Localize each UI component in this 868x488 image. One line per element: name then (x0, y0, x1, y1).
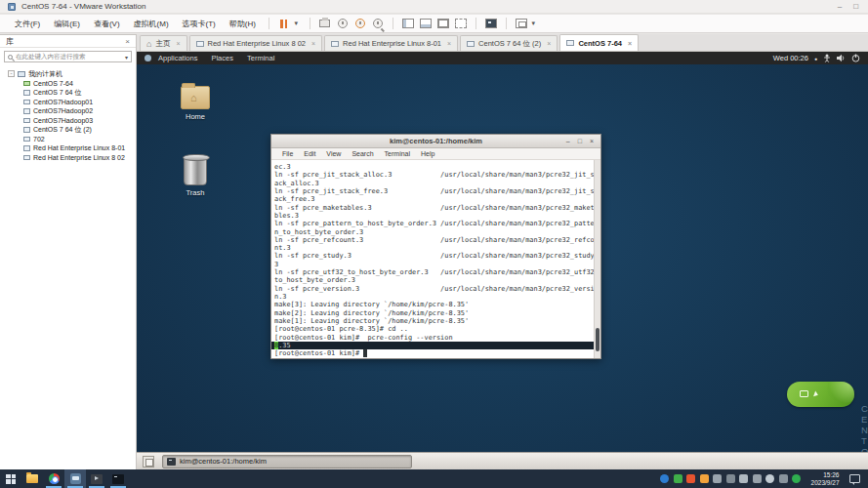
scrollbar-thumb[interactable] (596, 328, 599, 351)
vm-tab-icon (566, 40, 574, 46)
terminal-menu-file[interactable]: File (277, 150, 298, 157)
take-snapshot-button[interactable] (335, 17, 351, 30)
menu-item[interactable]: 选项卡(T) (176, 16, 223, 32)
tree-expander-icon[interactable]: - (8, 70, 15, 77)
sidebar-item-vm[interactable]: CentOS7Hadoop02 (8, 106, 136, 116)
vm-icon (23, 118, 30, 124)
power-icon[interactable] (851, 54, 860, 62)
taskbar-window-label: kim@centos-01:/home/kim (180, 457, 267, 466)
tray-icon-6[interactable] (726, 474, 735, 483)
desktop-icon-home[interactable]: ⌂ Home (168, 86, 223, 121)
terminal-menu-search[interactable]: Search (347, 150, 378, 157)
window-list-icon[interactable] (143, 456, 154, 468)
file-explorer-icon[interactable] (21, 469, 43, 488)
minimize-icon[interactable]: – (838, 2, 842, 11)
show-thumbnail-bar-button[interactable] (418, 17, 434, 30)
search-dropdown-icon[interactable]: ▾ (125, 54, 128, 61)
menu-item[interactable]: 文件(F) (8, 16, 47, 32)
terminal-maximize-icon[interactable]: □ (578, 138, 582, 144)
tab-CentOS 7 64 位 (2)[interactable]: CentOS 7 64 位 (2)× (460, 35, 558, 51)
terminal-cursor (363, 349, 367, 356)
tray-icon-7[interactable] (739, 474, 748, 483)
show-library-button[interactable] (400, 17, 416, 30)
revert-snapshot-button[interactable] (352, 17, 368, 30)
library-search-input[interactable]: 在此处键入内容进行搜索 ▾ (4, 51, 132, 62)
volume-icon[interactable] (837, 54, 846, 62)
tab-CentOS 7-64[interactable]: CentOS 7-64× (559, 34, 639, 51)
send-ctrl-alt-del-button[interactable] (317, 17, 333, 30)
menu-item[interactable]: 编辑(E) (47, 16, 87, 32)
tray-icon-1[interactable] (660, 474, 669, 483)
terminal-scrollbar[interactable] (594, 160, 600, 358)
sidebar-item-vm[interactable]: 702 (8, 135, 136, 144)
terminal-menu-view[interactable]: View (321, 150, 346, 157)
sidebar-item-vm[interactable]: CentOS 7-64 (8, 79, 136, 89)
stretch-guest-button[interactable] (514, 17, 529, 30)
tab-close-icon[interactable]: × (447, 40, 451, 47)
tab-close-icon[interactable]: × (176, 40, 180, 47)
vmware-tools-popup[interactable] (787, 382, 854, 407)
menu-item[interactable]: 虚拟机(M) (127, 16, 176, 32)
console-app-icon[interactable] (107, 469, 129, 488)
sidebar-item-vm[interactable]: Red Hat Enterprise Linux 8 02 (8, 153, 136, 163)
notification-center-icon[interactable] (849, 474, 860, 483)
tray-icon-4[interactable] (700, 474, 709, 483)
vmware-workstation-icon[interactable] (64, 469, 86, 488)
manage-snapshots-button[interactable] (370, 17, 386, 30)
tray-icon-11[interactable] (792, 474, 801, 483)
vm-label: CentOS 7 64 位 (2) (33, 125, 92, 135)
tray-icon-8[interactable] (753, 474, 762, 483)
gnome-clock[interactable]: Wed 00:26 (773, 54, 808, 62)
terminal-line: make[2]: Leaving directory `/home/kim/pc… (274, 309, 594, 317)
gnome-menu-terminal[interactable]: Terminal (240, 54, 281, 62)
fullscreen-button-glyph (437, 19, 449, 28)
terminal-menu-edit[interactable]: Edit (299, 150, 320, 157)
terminal-menu-terminal[interactable]: Terminal (380, 150, 415, 157)
tab-close-icon[interactable]: × (628, 40, 632, 47)
tab-主页[interactable]: ⌂主页× (140, 35, 187, 51)
tab-label: CentOS 7 64 位 (2) (478, 39, 541, 49)
tab-close-icon[interactable]: × (311, 40, 315, 47)
gnome-menu-places[interactable]: Places (204, 54, 240, 62)
tray-icon-10[interactable] (779, 474, 788, 483)
menu-item[interactable]: 查看(V) (87, 16, 127, 32)
sidebar-item-vm[interactable]: CentOS7Hadoop01 (8, 98, 136, 107)
show-console-button[interactable] (483, 17, 499, 30)
home-icon: ⌂ (190, 92, 197, 103)
sidebar-item-vm[interactable]: CentOS7Hadoop03 (8, 116, 136, 126)
tab-Red Hat Enterprise Linux 8-01[interactable]: Red Hat Enterprise Linux 8-01× (324, 35, 458, 51)
tray-icon-9[interactable] (765, 474, 774, 483)
desktop-icon-trash[interactable]: Trash (168, 156, 223, 197)
terminal-menu-help[interactable]: Help (416, 150, 439, 157)
tray-icon-2[interactable] (674, 474, 682, 483)
windows-clock[interactable]: 15:26 2023/9/27 (811, 471, 840, 487)
accessibility-icon[interactable] (823, 54, 831, 62)
tab-Red Hat Enterprise Linux 8 02[interactable]: Red Hat Enterprise Linux 8 02× (189, 35, 323, 51)
unity-mode-button[interactable] (453, 17, 469, 30)
fullscreen-button[interactable] (435, 17, 451, 30)
start-button[interactable] (0, 469, 21, 488)
library-close-icon[interactable]: × (125, 37, 130, 46)
menu-item[interactable]: 帮助(H) (223, 16, 263, 32)
terminal-titlebar[interactable]: kim@centos-01:/home/kim – □ × (271, 135, 600, 148)
terminal-close-icon[interactable]: × (590, 138, 594, 144)
media-player-icon[interactable] (86, 469, 107, 488)
sidebar-item-vm[interactable]: CentOS 7 64 位 (2) (8, 125, 136, 135)
suspend-dropdown[interactable]: ▾ (294, 17, 303, 30)
sidebar-item-vm[interactable]: CentOS 7 64 位 (8, 88, 136, 98)
maximize-icon[interactable]: □ (853, 2, 858, 11)
tray-icon-5[interactable] (713, 474, 722, 483)
vm-screen[interactable]: ApplicationsPlacesTerminal Wed 00:26 ● ⌂… (137, 52, 868, 469)
terminal-content[interactable]: ec.3ln -sf pcre_jit_stack_alloc.3 /usr/l… (271, 160, 600, 358)
sidebar-item-vm[interactable]: Red Hat Enterprise Linux 8-01 (8, 143, 136, 153)
taskbar-window-button[interactable]: kim@centos-01:/home/kim (162, 455, 412, 468)
stretch-dropdown[interactable]: ▾ (531, 17, 540, 30)
suspend-button[interactable] (276, 17, 292, 30)
tab-close-icon[interactable]: × (547, 40, 551, 47)
tree-root-my-computer[interactable]: - 我的计算机 (8, 69, 136, 79)
tray-icon-3[interactable] (686, 474, 695, 483)
chrome-icon[interactable] (43, 469, 64, 488)
terminal-minimize-icon[interactable]: – (566, 138, 570, 144)
vm-icon (23, 90, 30, 96)
gnome-menu-applications[interactable]: Applications (151, 54, 204, 62)
